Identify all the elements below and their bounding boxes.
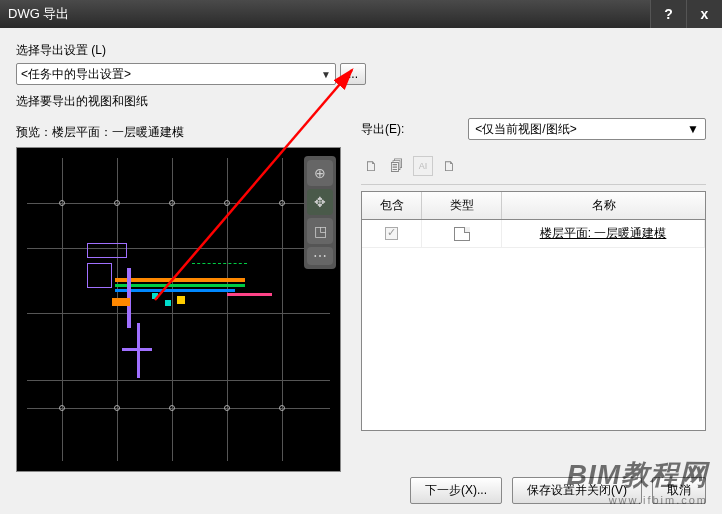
th-include: 包含 xyxy=(362,192,422,219)
views-label: 选择要导出的视图和图纸 xyxy=(16,93,706,110)
chevron-down-icon: ▼ xyxy=(687,122,699,136)
save-button[interactable]: 保存设置并关闭(V) xyxy=(512,477,642,504)
file-icon[interactable]: 🗋 xyxy=(361,156,381,176)
help-button[interactable]: ? xyxy=(650,0,686,28)
export-dropdown[interactable]: <仅当前视图/图纸> ▼ xyxy=(468,118,706,140)
th-type: 类型 xyxy=(422,192,502,219)
settings-label: 选择导出设置 (L) xyxy=(16,42,706,59)
cube-icon[interactable]: ◳ xyxy=(307,218,333,244)
settings-dropdown[interactable]: <任务中的导出设置> ▼ xyxy=(16,63,336,85)
export-value: <仅当前视图/图纸> xyxy=(475,121,576,138)
more-icon[interactable]: ⋯ xyxy=(307,247,333,265)
titlebar: DWG 导出 ? x xyxy=(0,0,722,28)
preview-label: 预览：楼层平面：一层暖通建模 xyxy=(16,124,341,141)
close-button[interactable]: x xyxy=(686,0,722,28)
settings-ellipsis-button[interactable]: ... xyxy=(340,63,366,85)
new-icon[interactable]: 🗋 xyxy=(439,156,459,176)
pan-icon[interactable]: ✥ xyxy=(307,189,333,215)
table-row[interactable]: 楼层平面: 一层暖通建模 xyxy=(362,220,705,248)
copy-icon[interactable]: 🗐 xyxy=(387,156,407,176)
cancel-button[interactable]: 取消 xyxy=(652,477,706,504)
window-title: DWG 导出 xyxy=(8,5,69,23)
ai-icon[interactable]: AI xyxy=(413,156,433,176)
export-label: 导出(E): xyxy=(361,121,404,138)
views-table: 包含 类型 名称 楼层平面: 一层暖通建模 xyxy=(361,191,706,431)
icon-toolbar: 🗋 🗐 AI 🗋 xyxy=(361,152,706,185)
preview-canvas: ⊕ ✥ ◳ ⋯ xyxy=(16,147,341,472)
zoom-icon[interactable]: ⊕ xyxy=(307,160,333,186)
preview-toolbar: ⊕ ✥ ◳ ⋯ xyxy=(304,156,336,269)
next-button[interactable]: 下一步(X)... xyxy=(410,477,502,504)
chevron-down-icon: ▼ xyxy=(321,69,331,80)
row-name: 楼层平面: 一层暖通建模 xyxy=(540,225,667,242)
settings-value: <任务中的导出设置> xyxy=(21,66,131,83)
include-checkbox[interactable] xyxy=(385,227,398,240)
th-name: 名称 xyxy=(502,192,705,219)
document-icon xyxy=(454,227,470,241)
